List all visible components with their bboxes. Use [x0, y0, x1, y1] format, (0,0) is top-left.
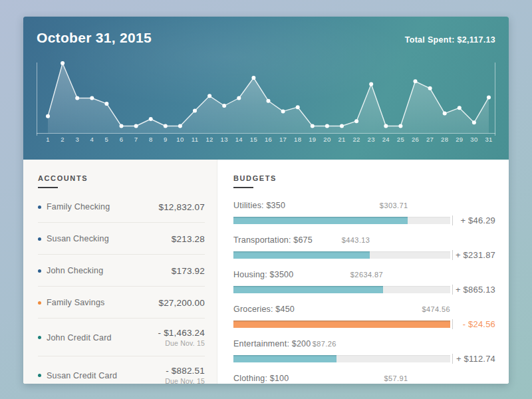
account-name: Susan Checking [47, 234, 109, 243]
chart-point[interactable] [178, 124, 182, 128]
x-axis-tick-label: 26 [412, 136, 419, 143]
account-name: John Credit Card [47, 333, 112, 342]
account-status-dot-icon [38, 336, 41, 339]
budget-progress-track [233, 286, 450, 293]
x-axis-tick-label: 27 [426, 136, 434, 143]
chart-point[interactable] [296, 105, 300, 109]
budgets-title-rule [233, 187, 253, 188]
x-axis-tick-label: 2 [61, 136, 65, 143]
chart-point[interactable] [472, 120, 476, 124]
chart-point[interactable] [90, 96, 94, 100]
x-axis-tick-label: 17 [279, 136, 287, 143]
daily-spending-chart[interactable]: 1234567891011121314151617181920212223242… [37, 57, 495, 144]
budget-progress-track [233, 217, 450, 224]
budget-progress-fill [233, 286, 383, 293]
account-row[interactable]: Family Checking$12,832.07 [38, 191, 205, 223]
budget-row[interactable]: Utilities: $350$303.71+ $46.29 [233, 201, 495, 225]
chart-point[interactable] [104, 102, 108, 106]
budgets-panel: Budgets Utilities: $350$303.71+ $46.29Tr… [217, 160, 509, 384]
chart-point[interactable] [251, 76, 255, 80]
budget-row[interactable]: Housing: $3500$2634.87+ $865.13 [233, 270, 495, 295]
chart-point[interactable] [237, 96, 241, 100]
account-row[interactable]: Family Savings$27,200.00 [38, 287, 205, 319]
chart-point[interactable] [369, 82, 373, 86]
chart-point[interactable] [149, 117, 153, 121]
x-axis-tick-label: 1 [46, 136, 50, 143]
chart-point[interactable] [311, 124, 315, 128]
chart-point[interactable] [75, 96, 79, 100]
x-axis-tick-label: 22 [353, 136, 360, 143]
x-axis-tick-label: 6 [120, 136, 124, 143]
account-balance: $173.92 [172, 266, 205, 276]
chart-area-fill [48, 63, 489, 133]
spending-chart-svg: 1234567891011121314151617181920212223242… [37, 57, 495, 144]
budget-progress-track [233, 355, 450, 362]
chart-point[interactable] [46, 114, 50, 118]
account-name: Susan Credit Card [47, 371, 117, 380]
chart-point[interactable] [61, 61, 65, 65]
account-name: Family Checking [47, 202, 110, 211]
x-axis-tick-label: 29 [456, 136, 463, 143]
budget-row[interactable]: Transportation: $675$443.13+ $231.87 [233, 235, 495, 260]
account-balance: $213.28 [172, 234, 205, 244]
header-row: October 31, 2015 Total Spent: $2,117.13 [37, 30, 495, 46]
accounts-list: Family Checking$12,832.07Susan Checking$… [38, 191, 205, 384]
account-balance: $12,832.07 [158, 202, 205, 212]
chart-point[interactable] [398, 124, 402, 128]
budget-spent-amount: $2634.87 [233, 271, 383, 279]
total-spent: Total Spent: $2,117.13 [405, 35, 495, 45]
account-status-dot-icon [38, 269, 41, 273]
x-axis-tick-label: 3 [75, 136, 79, 143]
account-row[interactable]: Susan Checking$213.28 [38, 223, 205, 255]
chart-point[interactable] [207, 94, 211, 98]
x-axis-tick-label: 13 [221, 136, 228, 143]
x-axis-tick-label: 18 [294, 136, 301, 143]
chart-point[interactable] [384, 124, 388, 128]
chart-point[interactable] [134, 124, 138, 128]
budget-progress-track [233, 321, 450, 328]
chart-point[interactable] [458, 106, 462, 110]
dashboard-card: October 31, 2015 Total Spent: $2,117.13 … [23, 17, 509, 384]
account-name: Family Savings [47, 298, 105, 307]
chart-point[interactable] [487, 95, 491, 99]
accounts-panel: Accounts Family Checking$12,832.07Susan … [23, 160, 217, 384]
chart-point[interactable] [414, 79, 418, 83]
account-row[interactable]: Susan Credit Card- $882.51Due Nov. 15 [38, 356, 205, 384]
total-spent-label: Total Spent: [405, 35, 455, 45]
chart-point[interactable] [193, 108, 197, 112]
chart-point[interactable] [281, 109, 285, 113]
account-due-note: Due Nov. 15 [165, 377, 205, 384]
x-axis-tick-label: 9 [164, 136, 168, 143]
account-row[interactable]: John Checking$173.92 [38, 255, 205, 287]
budget-spent-amount: $303.71 [233, 201, 408, 209]
budget-remaining-amount: - $24.56 [453, 319, 495, 329]
x-axis-tick-label: 23 [368, 136, 375, 143]
budget-remaining-amount: + $112.74 [453, 354, 495, 364]
account-balance: $27,200.00 [158, 298, 205, 308]
spending-header-panel: October 31, 2015 Total Spent: $2,117.13 … [23, 17, 509, 160]
x-axis-tick-label: 24 [382, 136, 390, 143]
chart-point[interactable] [340, 124, 344, 128]
budget-row[interactable]: Entertainment: $200$87.26+ $112.74 [233, 339, 495, 364]
chart-point[interactable] [428, 86, 432, 90]
x-axis-tick-label: 14 [235, 136, 243, 143]
dashboard-body: Accounts Family Checking$12,832.07Susan … [23, 160, 509, 384]
account-name: John Checking [47, 266, 103, 275]
x-axis-tick-label: 16 [265, 136, 272, 143]
chart-point[interactable] [354, 119, 358, 123]
chart-point[interactable] [267, 99, 271, 103]
chart-point[interactable] [164, 124, 168, 128]
chart-point[interactable] [443, 112, 447, 116]
budget-spent-amount: $87.26 [233, 340, 336, 348]
budget-row[interactable]: Groceries: $450$474.56- $24.56 [233, 305, 495, 329]
chart-point[interactable] [222, 104, 226, 108]
budget-row[interactable]: Clothing: $100$57.91+ $42.08 [233, 374, 495, 384]
budgets-section-title: Budgets [233, 174, 495, 182]
chart-point[interactable] [325, 124, 329, 128]
chart-point[interactable] [120, 124, 124, 128]
account-row[interactable]: John Credit Card- $1,463.24Due Nov. 15 [38, 319, 205, 356]
x-axis-tick-label: 5 [105, 136, 109, 143]
page-title-date: October 31, 2015 [37, 30, 152, 46]
budget-remaining-amount: + $46.29 [453, 215, 495, 225]
budget-progress-fill [233, 217, 408, 224]
